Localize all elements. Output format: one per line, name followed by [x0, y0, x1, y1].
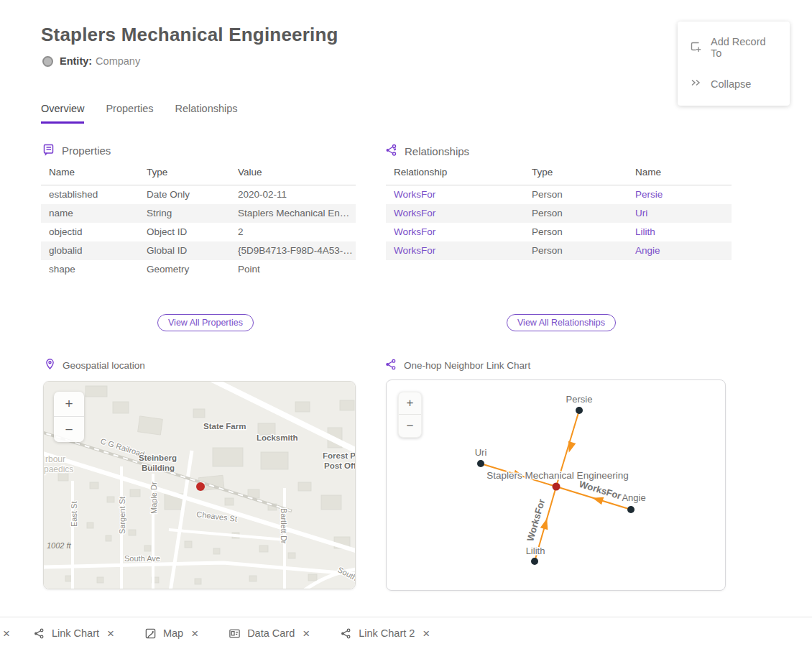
relationships-section-title: Relationships: [405, 145, 469, 157]
view-all-properties-button[interactable]: View All Properties: [157, 314, 254, 331]
table-cell: WorksFor: [386, 204, 524, 223]
record-link[interactable]: WorksFor: [394, 226, 435, 237]
menu-item-add-record-to[interactable]: Add Record To: [678, 27, 790, 68]
chart-zoom-out-button[interactable]: −: [399, 415, 421, 437]
data-card-icon: [229, 627, 241, 640]
close-tab-icon[interactable]: ×: [190, 627, 200, 640]
column-header: Name: [41, 167, 139, 185]
map-label-forest-park: Forest Par: [323, 451, 356, 460]
record-link[interactable]: Uri: [635, 208, 647, 218]
geospatial-map[interactable]: rbour paedics C G Railroad State Farm Lo…: [43, 381, 356, 589]
record-link[interactable]: Angie: [635, 245, 660, 256]
close-tab-icon[interactable]: ×: [1, 627, 11, 640]
table-cell: Person: [524, 223, 627, 241]
node-lilith[interactable]: [531, 558, 538, 565]
table-cell: Person: [524, 204, 627, 223]
view-all-relationships-button[interactable]: View All Relationships: [507, 314, 616, 331]
close-tab-icon[interactable]: ×: [421, 627, 431, 640]
bottom-tab-label: Map: [163, 627, 183, 639]
page-title: Staplers Mechanical Engineering: [41, 24, 338, 46]
bottom-tab-link-chart[interactable]: Link Chart×: [33, 627, 116, 640]
column-header: Relationship: [386, 167, 524, 185]
relationships-icon: [384, 143, 398, 159]
map-zoom-out-button[interactable]: −: [54, 417, 84, 442]
node-label-lilith: Lilith: [526, 546, 545, 556]
add-record-icon: [689, 40, 702, 55]
geospatial-section-header: Geospatial location: [44, 358, 145, 372]
bottom-tab-link-chart-2[interactable]: Link Chart 2×: [340, 627, 431, 640]
node-uri[interactable]: [477, 460, 484, 467]
relationships-section-header: Relationships: [384, 143, 469, 159]
entity-value: Company: [96, 55, 140, 67]
table-cell: Object ID: [139, 223, 230, 241]
table-cell: Date Only: [139, 185, 230, 204]
bottom-tab-label: Link Chart: [52, 627, 99, 639]
tab-properties[interactable]: Properties: [106, 103, 153, 124]
table-cell: Person: [524, 185, 627, 204]
collapse-icon: [689, 76, 702, 91]
table-header-row: Relationship Type Name: [386, 167, 732, 185]
table-cell: Geometry: [139, 260, 230, 279]
map-label-east-st: East St: [70, 502, 78, 527]
table-cell: 2: [230, 223, 356, 241]
table-cell: globalid: [41, 241, 139, 260]
node-label-uri: Uri: [475, 447, 487, 458]
map-label-sargent-st: Sargent St: [118, 497, 126, 534]
record-link[interactable]: WorksFor: [394, 189, 435, 200]
bottom-tab-data-card[interactable]: Data Card×: [229, 627, 311, 640]
node-label-angie: Angie: [622, 492, 645, 503]
properties-icon: [42, 143, 55, 158]
table-cell: Persie: [627, 185, 732, 204]
table-row: globalidGlobal ID{5D9B4713-F98D-4A53-…: [41, 241, 356, 260]
record-link[interactable]: WorksFor: [394, 208, 435, 218]
node-angie[interactable]: [627, 506, 635, 513]
record-link[interactable]: WorksFor: [394, 245, 435, 256]
main-tab-bar: Overview Properties Relationships: [41, 103, 238, 124]
properties-section-header: Properties: [42, 143, 111, 158]
entity-type-icon: [42, 56, 53, 67]
table-cell: established: [41, 185, 139, 204]
graph-nodes[interactable]: [477, 407, 635, 565]
chart-zoom-in-button[interactable]: +: [399, 392, 421, 415]
table-cell: WorksFor: [386, 185, 524, 204]
map-entity-marker[interactable]: [196, 482, 205, 491]
map-zoom-in-button[interactable]: +: [54, 392, 84, 417]
table-cell: Lilith: [627, 223, 732, 241]
link-chart-icon: [340, 627, 352, 640]
menu-item-collapse[interactable]: Collapse: [678, 68, 790, 100]
link-chart-section-title: One-hop Neighbor Link Chart: [404, 360, 530, 371]
table-row: shapeGeometryPoint: [41, 260, 356, 279]
relationships-table: Relationship Type Name WorksForPersonPer…: [386, 167, 732, 260]
table-cell: WorksFor: [386, 241, 524, 260]
map-label-state-farm: State Farm: [203, 422, 246, 431]
table-cell: Global ID: [139, 241, 230, 260]
table-row: WorksForPersonLilith: [386, 223, 732, 241]
one-hop-link-chart[interactable]: WorksFor WorksFor Persie Uri Angie Lilit…: [386, 379, 726, 591]
bottom-tab-map[interactable]: Map×: [144, 627, 200, 640]
map-scale-label: 1002 ft: [47, 541, 72, 550]
table-row: WorksForPersonUri: [386, 204, 732, 223]
node-persie[interactable]: [576, 407, 583, 414]
table-cell: 2020-02-11: [230, 185, 356, 204]
column-header: Type: [139, 167, 230, 185]
link-chart-section-header: One-hop Neighbor Link Chart: [384, 358, 530, 373]
tab-relationships[interactable]: Relationships: [175, 103, 238, 124]
table-row: WorksForPersonAngie: [386, 241, 732, 260]
context-menu: Add Record To Collapse: [678, 22, 790, 106]
close-tab-icon[interactable]: ×: [301, 627, 311, 640]
tab-overview[interactable]: Overview: [41, 103, 84, 124]
close-tab-icon[interactable]: ×: [106, 627, 116, 640]
bottom-tab-label: Data Card: [247, 627, 295, 639]
entity-label: Entity:: [60, 55, 92, 67]
node-center-entity[interactable]: [553, 483, 560, 491]
link-chart-icon: [33, 627, 45, 640]
table-row: WorksForPersonPersie: [386, 185, 732, 204]
table-cell: Point: [230, 260, 356, 279]
map-label-partial: rbour: [45, 454, 65, 464]
record-link[interactable]: Persie: [635, 189, 663, 200]
properties-section-title: Properties: [62, 144, 111, 157]
map-canvas: rbour paedics C G Railroad State Farm Lo…: [44, 382, 356, 589]
menu-item-label: Collapse: [711, 78, 751, 90]
table-cell: Staplers Mechanical Eng…: [230, 204, 356, 223]
record-link[interactable]: Lilith: [635, 226, 655, 237]
